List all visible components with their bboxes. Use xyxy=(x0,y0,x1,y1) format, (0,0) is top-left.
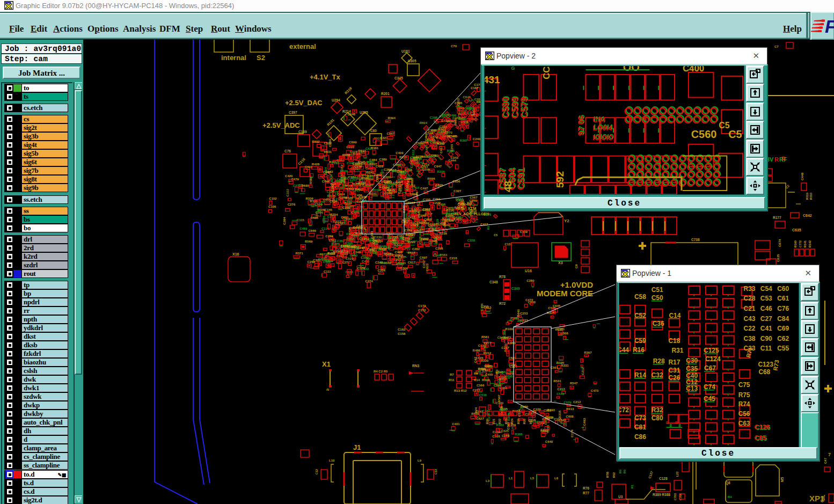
svg-text:C415: C415 xyxy=(412,186,420,189)
svg-text:C560: C560 xyxy=(691,128,716,140)
svg-text:C193: C193 xyxy=(453,217,462,221)
svg-text:R17: R17 xyxy=(668,359,680,366)
svg-text:C8: C8 xyxy=(575,264,578,268)
svg-text:R236: R236 xyxy=(440,232,448,235)
svg-text:R687: R687 xyxy=(411,177,414,185)
svg-text:U205: U205 xyxy=(360,111,368,114)
svg-text:C639: C639 xyxy=(330,200,338,203)
svg-text:C125: C125 xyxy=(704,347,719,354)
svg-text:C202: C202 xyxy=(421,237,429,240)
svg-text:R: R xyxy=(774,156,779,163)
svg-text:external: external xyxy=(289,42,316,50)
svg-text:R20: R20 xyxy=(486,419,489,424)
svg-text:R568: R568 xyxy=(309,176,312,184)
svg-text:C69: C69 xyxy=(777,325,789,332)
svg-text:C124: C124 xyxy=(705,355,721,363)
svg-text:R428: R428 xyxy=(312,163,320,166)
svg-text:C567: C567 xyxy=(387,132,395,135)
svg-text:R1: R1 xyxy=(631,485,634,488)
svg-text:C480: C480 xyxy=(350,254,358,257)
svg-text:C323: C323 xyxy=(350,150,358,154)
svg-text:C680: C680 xyxy=(376,174,379,182)
svg-text:R371: R371 xyxy=(295,252,303,255)
svg-text:C178: C178 xyxy=(502,434,510,437)
svg-text:C26: C26 xyxy=(668,374,680,382)
svg-text:C254: C254 xyxy=(378,269,386,272)
svg-text:R24: R24 xyxy=(510,418,514,424)
svg-text:C428: C428 xyxy=(376,165,384,168)
svg-text:C674: C674 xyxy=(778,239,781,247)
svg-text:C522: C522 xyxy=(324,142,332,145)
svg-text:C67: C67 xyxy=(704,364,716,372)
svg-text:C409: C409 xyxy=(396,151,404,155)
svg-text:C389: C389 xyxy=(379,158,387,161)
svg-text:C548: C548 xyxy=(426,132,434,135)
svg-text:U3: U3 xyxy=(618,495,623,499)
svg-text:R14: R14 xyxy=(634,371,646,379)
svg-text:+1.0VDD: +1.0VDD xyxy=(560,280,593,289)
svg-text:C76: C76 xyxy=(777,305,789,312)
svg-text:C187: C187 xyxy=(471,86,479,90)
svg-text:C12: C12 xyxy=(315,469,318,474)
svg-text:R73: R73 xyxy=(772,359,780,371)
svg-text:LO0I4: LO0I4 xyxy=(592,124,612,132)
svg-text:C127: C127 xyxy=(321,227,330,230)
svg-text:C164: C164 xyxy=(324,167,327,175)
svg-text:RTB: RTB xyxy=(606,472,609,478)
svg-text:R7: R7 xyxy=(450,373,454,376)
svg-text:C472: C472 xyxy=(525,298,533,302)
svg-text:C449: C449 xyxy=(801,172,804,180)
svg-text:C635: C635 xyxy=(777,254,780,262)
svg-text:C5: C5 xyxy=(494,233,498,237)
svg-text:C150: C150 xyxy=(340,244,348,247)
svg-text:C60: C60 xyxy=(370,129,377,133)
svg-text:R569: R569 xyxy=(305,240,313,243)
svg-text:R13 R12: R13 R12 xyxy=(454,389,467,392)
svg-text:R77: R77 xyxy=(583,491,589,495)
svg-text:R31: R31 xyxy=(671,347,683,354)
svg-text:C24: C24 xyxy=(821,496,824,502)
svg-text:C259: C259 xyxy=(325,235,333,238)
svg-text:R115: R115 xyxy=(555,328,564,331)
svg-text:C511: C511 xyxy=(458,117,466,120)
svg-text:C106: C106 xyxy=(268,205,276,208)
svg-text:C24: C24 xyxy=(474,407,478,413)
svg-text:L6: L6 xyxy=(554,477,559,480)
svg-text:C627: C627 xyxy=(476,417,484,420)
svg-text:U294: U294 xyxy=(332,98,340,102)
svg-text:C146: C146 xyxy=(449,135,457,138)
svg-text:+2.5V_ADC: +2.5V_ADC xyxy=(262,121,300,129)
svg-text:+4.1V_Tx: +4.1V_Tx xyxy=(310,73,341,81)
svg-text:C51: C51 xyxy=(652,286,663,294)
svg-text:C327: C327 xyxy=(313,259,321,262)
svg-text:C47: C47 xyxy=(824,457,827,464)
svg-text:C444: C444 xyxy=(449,159,457,162)
svg-text:Y2: Y2 xyxy=(564,218,569,223)
svg-text:R315: R315 xyxy=(333,250,341,253)
svg-text:C272: C272 xyxy=(293,184,301,187)
svg-text:C52: C52 xyxy=(634,312,646,319)
svg-text:C132: C132 xyxy=(394,243,403,246)
svg-text:R531: R531 xyxy=(553,379,561,383)
svg-text:R141: R141 xyxy=(803,240,807,247)
svg-text:C566: C566 xyxy=(477,384,485,387)
svg-text:R685: R685 xyxy=(302,184,310,187)
svg-text:R428: R428 xyxy=(342,154,350,157)
svg-text:R389 R388: R389 R388 xyxy=(653,493,670,496)
svg-text:C45: C45 xyxy=(704,395,715,403)
svg-text:GEN: GEN xyxy=(483,213,491,216)
svg-text:C544: C544 xyxy=(433,254,441,257)
svg-text:C349: C349 xyxy=(511,287,520,290)
svg-text:L10: L10 xyxy=(329,459,335,462)
svg-text:C348: C348 xyxy=(489,280,498,284)
svg-text:C35: C35 xyxy=(686,365,698,372)
svg-text:R25: R25 xyxy=(517,419,520,424)
svg-text:C111: C111 xyxy=(324,270,331,273)
svg-text:U16: U16 xyxy=(525,269,532,273)
svg-text:R16: R16 xyxy=(633,346,645,354)
svg-text:C297: C297 xyxy=(357,246,365,250)
svg-text:C548: C548 xyxy=(467,106,475,109)
svg-text:C420: C420 xyxy=(285,174,293,178)
svg-text:C50: C50 xyxy=(652,294,663,302)
svg-text:R4 C2 R5: R4 C2 R5 xyxy=(374,370,388,373)
